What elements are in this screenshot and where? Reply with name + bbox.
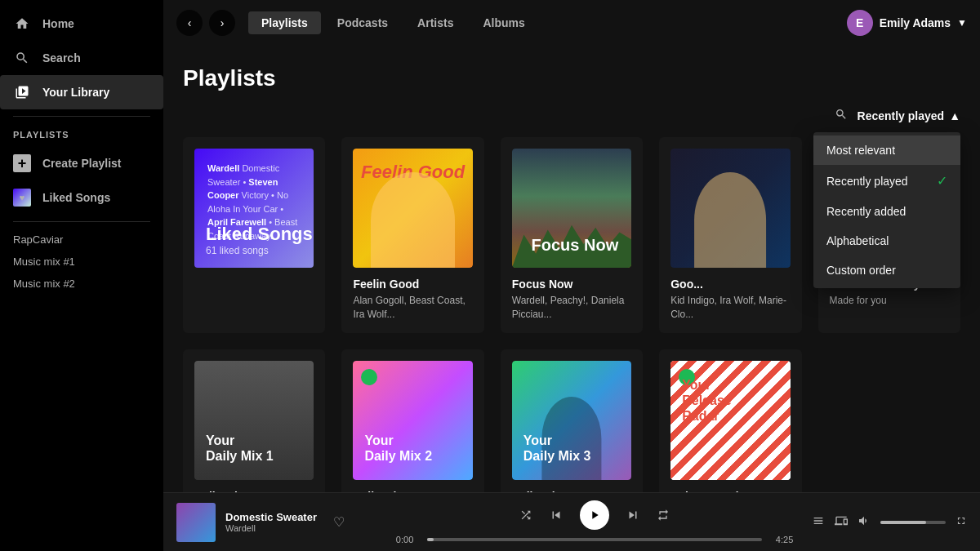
sidebar-playlist-musicmix1[interactable]: Music mix #1 (0, 251, 163, 273)
user-area[interactable]: E Emily Adams ▼ (847, 10, 967, 36)
dropdown-item-custom-order[interactable]: Custom order (813, 256, 960, 285)
next-button[interactable] (626, 508, 640, 522)
feelin-good-title: Feelin Good (353, 278, 472, 291)
dropdown-item-recently-added[interactable]: Recently added (813, 197, 960, 226)
sidebar-item-search[interactable]: Search (0, 41, 163, 75)
filter-search-icon[interactable] (835, 108, 848, 124)
good-vibes-person (694, 172, 766, 268)
focus-now-title: Focus Now (512, 278, 631, 291)
sort-button[interactable]: Recently played ▲ (858, 109, 960, 122)
sidebar-item-library[interactable]: Your Library (0, 75, 163, 109)
previous-button[interactable] (549, 508, 564, 522)
dropdown-item-most-relevant[interactable]: Most relevant (813, 136, 960, 165)
volume-button[interactable] (858, 514, 871, 530)
queue-button[interactable] (812, 514, 825, 530)
user-name: Emily Adams (880, 16, 951, 29)
dropdown-item-recently-played[interactable]: Recently played ✓ (813, 165, 960, 197)
release-radar-img-text: YourReleaseRadar (682, 377, 732, 424)
heart-icon: ♥ (13, 189, 31, 207)
liked-songs-title: Liked Songs (206, 224, 313, 245)
home-icon (13, 15, 31, 33)
check-icon: ✓ (937, 173, 947, 189)
sidebar: Home Search Your Library PLAYLISTS + Cre… (0, 0, 163, 551)
daily-mix2-title: Daily Mix 2 (353, 490, 472, 492)
playlist-card-liked-songs[interactable]: Wardell Domestic Sweater • Steven Cooper… (183, 137, 325, 333)
back-button[interactable]: ‹ (176, 10, 203, 36)
dropdown-item-alphabetical[interactable]: Alphabetical (813, 226, 960, 256)
daily-mix3-img-text: YourDaily Mix 3 (523, 433, 591, 464)
library-icon (13, 83, 31, 101)
release-radar-title: Release Radar (670, 490, 790, 492)
playlists-section-label: PLAYLISTS (0, 123, 163, 146)
avatar: E (847, 10, 873, 36)
sidebar-item-home[interactable]: Home (0, 7, 163, 41)
tab-albums[interactable]: Albums (470, 11, 537, 34)
chevron-up-icon: ▲ (949, 109, 960, 122)
tab-artists[interactable]: Artists (404, 11, 466, 34)
progress-fill (427, 538, 434, 541)
progress-bar[interactable] (427, 538, 762, 541)
daily-mix1-title: Daily Mix 1 (194, 490, 314, 492)
progress-total-time: 4:25 (770, 535, 799, 544)
playlist-card-focus-now[interactable]: Focus Now Focus Now Wardell, Peachy!, Da… (501, 137, 643, 333)
player-controls: 0:00 4:25 (390, 500, 799, 544)
player-track-info: Domestic Sweater Wardell ♡ (176, 503, 390, 542)
sidebar-playlist-rapcaviar[interactable]: RapCaviar (0, 229, 163, 251)
daily-mix2-img-text: YourDaily Mix 2 (364, 433, 432, 464)
good-vibes-sub: Kid Indigo, Ira Wolf, Marie-Clo... (670, 294, 790, 322)
volume-fill (880, 521, 926, 524)
tab-playlists[interactable]: Playlists (248, 11, 321, 34)
topbar: ‹ › Playlists Podcasts Artists Albums E … (163, 0, 980, 46)
discover-weekly-sub: Made for you (830, 294, 949, 308)
person-silhouette (371, 172, 454, 268)
sidebar-playlist-musicmix2[interactable]: Music mix #2 (0, 273, 163, 295)
repeat-button[interactable] (657, 509, 670, 522)
like-button[interactable]: ♡ (333, 514, 345, 530)
playlist-card-release-radar[interactable]: YourReleaseRadar Release Radar Made for … (659, 349, 801, 492)
create-playlist-button[interactable]: + Create Playlist (0, 146, 163, 180)
playlist-card-daily-mix2[interactable]: YourDaily Mix 2 Daily Mix 2 The Serious … (341, 349, 483, 492)
player-buttons (519, 500, 670, 530)
devices-button[interactable] (835, 514, 848, 530)
playlist-card-good-vibes[interactable]: Goo... Kid Indigo, Ira Wolf, Marie-Clo..… (659, 137, 801, 333)
forward-button[interactable]: › (209, 10, 235, 36)
feelin-good-sub: Alan Gogoll, Beast Coast, Ira Wolf... (353, 294, 472, 322)
focus-now-sub: Wardell, Peachy!, Daniela Picciau... (512, 294, 631, 322)
volume-bar[interactable] (880, 521, 946, 524)
liked-songs-count: 61 liked songs (206, 245, 313, 256)
daily-mix3-title: Daily Mix 3 (512, 490, 631, 492)
play-button[interactable] (580, 500, 609, 530)
shuffle-button[interactable] (519, 509, 532, 522)
liked-songs-button[interactable]: ♥ Liked Songs (0, 180, 163, 215)
daily-mix1-img-text: YourDaily Mix 1 (206, 433, 274, 464)
tab-podcasts[interactable]: Podcasts (324, 11, 401, 34)
search-icon (13, 49, 31, 67)
main-content: Playlists Recently played ▲ Most relevan… (163, 46, 980, 492)
filter-bar: Recently played ▲ Most relevant Recently… (183, 108, 960, 124)
plus-icon: + (13, 154, 31, 172)
spotify-dot2 (361, 369, 377, 385)
focus-now-img-title: Focus Now (532, 236, 619, 255)
user-dropdown-arrow-icon: ▼ (957, 17, 967, 29)
sort-dropdown: Most relevant Recently played ✓ Recently… (813, 132, 960, 288)
progress-current-time: 0:00 (390, 535, 419, 544)
player-track-name: Domestic Sweater (225, 511, 317, 523)
player-track-image (176, 503, 216, 542)
playlist-card-daily-mix3[interactable]: YourDaily Mix 3 Daily Mix 3 Marie-Clo, N… (501, 349, 643, 492)
playlist-card-feelin-good[interactable]: Feelin Good Feelin Good Alan Gogoll, Bea… (341, 137, 483, 333)
player-track-artist: Wardell (225, 523, 317, 533)
player-progress: 0:00 4:25 (390, 535, 799, 544)
player-right-controls (799, 514, 967, 530)
nav-tabs: Playlists Podcasts Artists Albums (248, 11, 538, 34)
nav-arrows: ‹ › (176, 10, 235, 36)
good-vibes-title: Goo... (670, 278, 790, 291)
fullscreen-button[interactable] (956, 515, 967, 529)
player-bar: Domestic Sweater Wardell ♡ (163, 492, 980, 551)
page-title: Playlists (183, 65, 960, 91)
playlist-card-daily-mix1[interactable]: YourDaily Mix 1 Daily Mix 1 Gene Evaro J… (183, 349, 325, 492)
player-track-details: Domestic Sweater Wardell (225, 511, 317, 533)
